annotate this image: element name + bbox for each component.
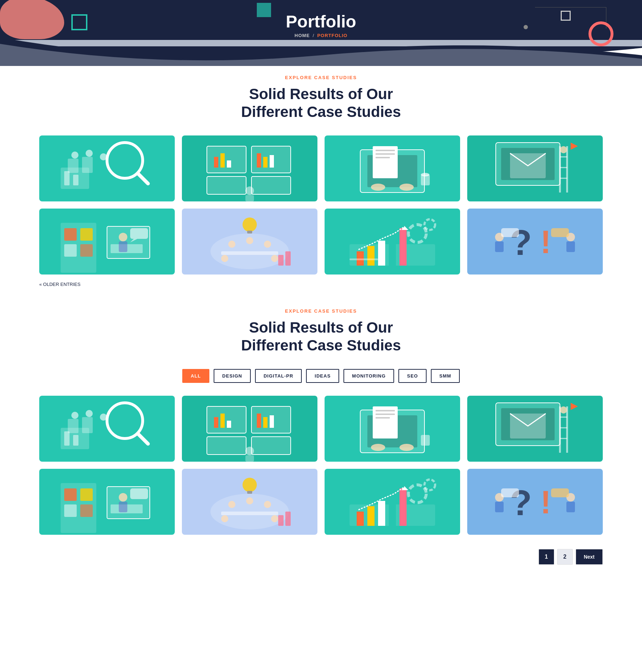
portfolio-item[interactable] (325, 396, 460, 462)
page-btn-1[interactable]: 1 (539, 549, 554, 565)
portfolio-item[interactable] (39, 209, 175, 275)
filter-btn-digital-pr[interactable]: DIGITAL-PR (255, 369, 302, 383)
svg-rect-49 (64, 228, 77, 241)
svg-point-6 (71, 152, 78, 159)
svg-point-66 (243, 217, 257, 232)
svg-rect-94 (64, 431, 70, 446)
deco-square-2 (257, 3, 271, 17)
svg-rect-140 (64, 504, 77, 517)
page-header: Portfolio HOME / PORTFOLIO (0, 0, 642, 46)
svg-rect-138 (64, 488, 77, 501)
svg-point-143 (119, 493, 127, 502)
portfolio-item[interactable] (39, 396, 175, 462)
portfolio-item[interactable] (182, 209, 317, 275)
svg-rect-176 (551, 488, 569, 497)
older-entries-link[interactable]: « OLDER ENTRIES (39, 282, 603, 287)
portfolio-item[interactable] (467, 135, 603, 201)
svg-point-44 (560, 146, 567, 153)
svg-rect-108 (227, 421, 231, 428)
svg-point-153 (271, 515, 278, 522)
filter-btn-ideas[interactable]: IDEAS (306, 369, 339, 383)
svg-rect-85 (495, 241, 504, 252)
deco-blob (0, 0, 64, 39)
portfolio-item[interactable] (182, 469, 317, 535)
svg-rect-21 (270, 155, 274, 168)
svg-rect-75 (389, 235, 396, 266)
filter-btn-all[interactable]: ALL (182, 369, 209, 383)
portfolio-item[interactable]: ? ! (467, 209, 603, 275)
portfolio-grid-2: ? ! (39, 396, 603, 535)
svg-point-149 (228, 501, 235, 508)
svg-rect-87 (566, 241, 575, 252)
svg-point-152 (221, 515, 228, 522)
page-title: Portfolio (286, 12, 356, 31)
portfolio-item[interactable]: ? ! (467, 469, 603, 535)
portfolio-item[interactable] (39, 469, 175, 535)
svg-rect-18 (227, 160, 231, 168)
portfolio-item[interactable] (182, 135, 317, 201)
svg-rect-23 (245, 195, 254, 201)
svg-point-61 (228, 241, 235, 248)
svg-rect-99 (68, 419, 78, 433)
svg-rect-162 (378, 501, 385, 526)
svg-point-122 (399, 444, 414, 451)
filter-btn-smm[interactable]: SMM (431, 369, 460, 383)
svg-point-63 (264, 241, 271, 248)
svg-point-31 (371, 184, 385, 191)
svg-point-151 (264, 501, 271, 508)
svg-rect-14 (207, 176, 246, 194)
section-2: EXPLORE CASE STUDIES Solid Results of Ou… (39, 308, 603, 579)
svg-point-7 (86, 150, 93, 157)
header-wave (0, 37, 642, 66)
portfolio-item[interactable] (39, 135, 175, 201)
svg-rect-69 (285, 251, 291, 266)
svg-rect-76 (399, 228, 407, 266)
svg-rect-160 (357, 512, 364, 526)
svg-point-112 (245, 447, 254, 455)
svg-text:!: ! (540, 484, 551, 520)
breadcrumb-separator: / (313, 33, 315, 38)
svg-rect-157 (285, 512, 291, 526)
svg-rect-55 (119, 241, 127, 252)
page-btn-2[interactable]: 2 (557, 549, 573, 565)
svg-rect-120 (376, 417, 390, 419)
portfolio-item[interactable] (325, 469, 460, 535)
svg-rect-174 (566, 502, 575, 512)
portfolio-item[interactable] (325, 209, 460, 275)
svg-point-97 (86, 410, 93, 417)
deco-square-1 (71, 14, 87, 30)
filter-btn-seo[interactable]: SEO (398, 369, 426, 383)
svg-rect-15 (251, 176, 291, 194)
breadcrumb: HOME / PORTFOLIO (295, 33, 347, 38)
filter-btn-design[interactable]: DESIGN (214, 369, 251, 383)
svg-rect-4 (64, 171, 70, 185)
main-content: EXPLORE CASE STUDIES Solid Results of Ou… (0, 46, 642, 615)
filter-btn-monitoring[interactable]: MONITORING (343, 369, 394, 383)
svg-rect-67 (247, 231, 252, 234)
portfolio-item[interactable] (467, 396, 603, 462)
svg-rect-156 (278, 515, 284, 526)
svg-point-62 (246, 237, 253, 244)
svg-rect-10 (82, 157, 93, 173)
portfolio-item[interactable] (182, 396, 317, 462)
svg-text:!: ! (540, 224, 551, 260)
svg-rect-118 (376, 410, 395, 411)
svg-rect-139 (80, 488, 93, 501)
next-button[interactable]: Next (576, 549, 603, 565)
svg-rect-88 (501, 228, 519, 237)
breadcrumb-current: PORTFOLIO (317, 33, 347, 38)
filter-bar: ALL DESIGN DIGITAL-PR IDEAS MONITORING S… (39, 369, 603, 383)
svg-rect-123 (421, 435, 430, 446)
svg-rect-102 (207, 406, 246, 433)
svg-point-64 (221, 255, 228, 262)
section2-label: EXPLORE CASE STUDIES (39, 308, 603, 314)
svg-rect-17 (220, 153, 225, 168)
deco-circle (588, 21, 613, 46)
svg-rect-95 (73, 435, 78, 446)
svg-point-34 (421, 173, 429, 176)
breadcrumb-home[interactable]: HOME (295, 33, 310, 38)
portfolio-item[interactable] (325, 135, 460, 201)
deco-square-3 (561, 11, 571, 21)
svg-rect-155 (247, 491, 252, 494)
svg-rect-80 (350, 258, 378, 260)
